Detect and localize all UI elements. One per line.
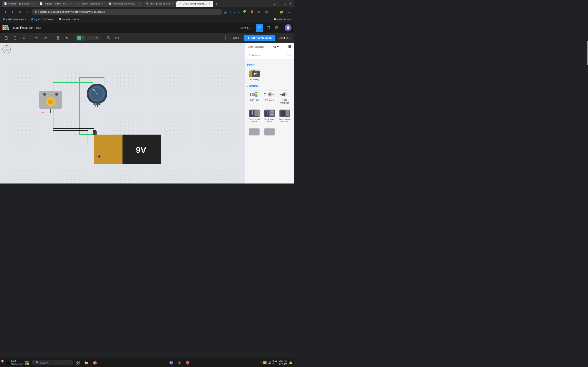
component-pmosfet[interactable]: Large signal pMOSFET — [277, 108, 292, 124]
tab-fire-pot[interactable]: 📄 Portable Fire Pot - Instructa... ✕ — [37, 1, 74, 7]
notes-button[interactable]: ! — [54, 34, 62, 42]
tab-close-4[interactable]: ✕ — [138, 2, 141, 5]
bookmark-mcafee[interactable]: 🛡️ McAfee LiveSafe — [59, 18, 79, 21]
tab-list-button[interactable]: ⌄ — [272, 1, 277, 6]
tab-close-6[interactable]: ✕ — [208, 2, 211, 5]
wallet-button[interactable]: 💼 — [264, 9, 269, 15]
header-view-buttons — [256, 24, 281, 32]
line-style-picker[interactable]: ▼ — [87, 36, 99, 40]
component-npn-transistor[interactable]: NPN transistor — [277, 89, 292, 105]
svg-rect-66 — [95, 103, 96, 107]
paste-button[interactable] — [11, 34, 19, 42]
project-name[interactable]: Magnificent Blorr-Blad — [13, 26, 238, 29]
tab-instructables[interactable]: 📄 Contact - Instructables ✕ — [2, 1, 37, 7]
svg-line-53 — [54, 98, 54, 99]
start-simulation-button[interactable]: Start Simulation — [243, 35, 276, 41]
svg-text:9V: 9V — [254, 73, 257, 75]
component-extra-2[interactable] — [262, 127, 277, 138]
svg-point-45 — [46, 98, 55, 106]
copy-button[interactable] — [2, 34, 10, 42]
component-pmos[interactable]: Small signal pMOS — [262, 108, 277, 124]
brave-shield-icon[interactable]: 🛡 — [233, 10, 236, 13]
component-search-button[interactable] — [289, 53, 292, 57]
tab-close-1[interactable]: ✕ — [32, 2, 34, 5]
svg-marker-38 — [248, 37, 250, 39]
reload-button[interactable]: ↻ — [17, 9, 23, 15]
flip-button[interactable] — [113, 34, 121, 42]
svg-rect-65 — [94, 103, 100, 105]
svg-rect-81 — [288, 45, 291, 46]
line-dropdown-arrow: ▼ — [96, 37, 98, 39]
component-nmos[interactable]: Small signal nMOS — [247, 108, 261, 124]
svg-rect-119 — [255, 110, 259, 116]
color-picker[interactable]: ▼ — [76, 35, 86, 41]
component-pmosfet-image — [279, 109, 290, 117]
alert-icon[interactable]: ⚠ — [237, 10, 240, 13]
bookmarks-bar: 🔷 ASUS Software Port... 🔷 MyASUS Softwar… — [0, 16, 294, 22]
brave-rewards-button[interactable]: 🦁 — [249, 9, 255, 15]
delete-button[interactable] — [20, 34, 28, 42]
forward-button[interactable]: › — [10, 9, 16, 15]
bookmark-myasus[interactable]: 🔷 MyASUS Software -... — [31, 18, 56, 21]
extensions-button[interactable]: 🧩 — [242, 9, 247, 15]
svg-point-46 — [48, 100, 53, 104]
component-search-input[interactable] — [247, 53, 287, 58]
tab-label-3: Pheran - Wikipedia — [81, 2, 100, 5]
canvas-area[interactable]: 9V | + — [0, 43, 245, 184]
screen-cast-icon[interactable]: 📺 — [224, 10, 227, 13]
component-extra-1[interactable] — [247, 127, 261, 138]
component-rgb-led[interactable]: RGB LED — [247, 89, 261, 105]
minimize-button[interactable]: ─ — [278, 1, 282, 6]
tinkercad-logo[interactable]: T I N K E R C A D — [2, 25, 11, 30]
tab-label-2: Portable Fire Pot - Instructa... — [44, 2, 68, 5]
bookmarks-folder-icon: 📁 — [274, 18, 277, 21]
component-9v-battery[interactable]: 9V 9V Battery — [247, 68, 261, 82]
menu-button[interactable]: ☰ — [286, 9, 292, 15]
components-filter-dropdown[interactable]: All ▼ — [273, 45, 279, 48]
address-input[interactable]: 🔒 tinkercad.com/things/iB9sibdf3wW/edite… — [32, 9, 222, 15]
user-avatar[interactable] — [285, 24, 292, 31]
sidebar-button[interactable]: ⊞ — [256, 9, 262, 15]
align-button[interactable] — [104, 34, 112, 42]
canvas-background: 9V | + — [0, 43, 245, 184]
share-icon[interactable]: ⬆ — [229, 10, 231, 13]
new-tab-button[interactable]: ＋ — [214, 1, 219, 7]
bookmarks-folder-label[interactable]: All Bookmarks — [277, 18, 292, 21]
svg-marker-36 — [116, 37, 117, 39]
tinkercad-app: T I N K E R C A D Magnificent Blorr-Blad… — [0, 22, 294, 184]
bookmark-star[interactable]: ☆ — [25, 9, 30, 15]
close-browser-button[interactable]: ✕ — [288, 1, 292, 6]
send-to-button[interactable]: Send To › — [277, 35, 292, 41]
secure-icon: 🔒 — [34, 10, 37, 13]
maximize-button[interactable]: □ — [283, 1, 287, 6]
vpn-button[interactable]: 🔐 — [278, 9, 284, 15]
circuit-view-button[interactable] — [256, 24, 263, 32]
bookmark-asus-port[interactable]: 🔷 ASUS Software Port... — [2, 18, 28, 21]
svg-point-32 — [66, 37, 67, 38]
svg-point-43 — [43, 93, 46, 96]
list-view-button[interactable] — [273, 24, 281, 32]
inspect-button[interactable] — [63, 34, 71, 42]
logo-letter-r: R — [7, 27, 9, 29]
code-button[interactable]: Code — [225, 35, 242, 41]
tab-kashmiri[interactable]: 📋 Kashmiri Kanger Overview ✕ — [106, 1, 143, 7]
components-list-view-button[interactable] — [288, 45, 292, 49]
tab-wikipedia[interactable]: W Pheran - Wikipedia ✕ — [74, 1, 106, 7]
svg-point-56 — [50, 112, 51, 113]
undo-button[interactable] — [33, 34, 40, 42]
3d-view-button[interactable] — [264, 24, 272, 32]
target-zoom-icon[interactable] — [2, 45, 11, 53]
starters-collapse-arrow[interactable]: › — [247, 85, 248, 87]
component-dc-motor[interactable]: DC Motor — [262, 89, 277, 105]
component-nmos-label: Small signal nMOS — [249, 118, 260, 123]
leo-ai-button[interactable]: ✦ — [271, 9, 277, 15]
tab-close-2[interactable]: ✕ — [69, 2, 71, 5]
toolbar-right: Code Start Simulation Send To › — [225, 35, 292, 41]
tab-close-5[interactable]: ✕ — [171, 2, 173, 5]
tab-circuit[interactable]: ⚡ Circuit design Magnific... ✕ — [176, 1, 213, 7]
tab-brave-search[interactable]: 🦁 knot · Brave Search ✕ — [144, 1, 176, 7]
back-button[interactable]: ‹ — [2, 9, 8, 15]
redo-button[interactable] — [42, 34, 49, 42]
tab-close-3[interactable]: ✕ — [101, 2, 104, 5]
bookmark-label-1: ASUS Software Port... — [6, 18, 28, 21]
